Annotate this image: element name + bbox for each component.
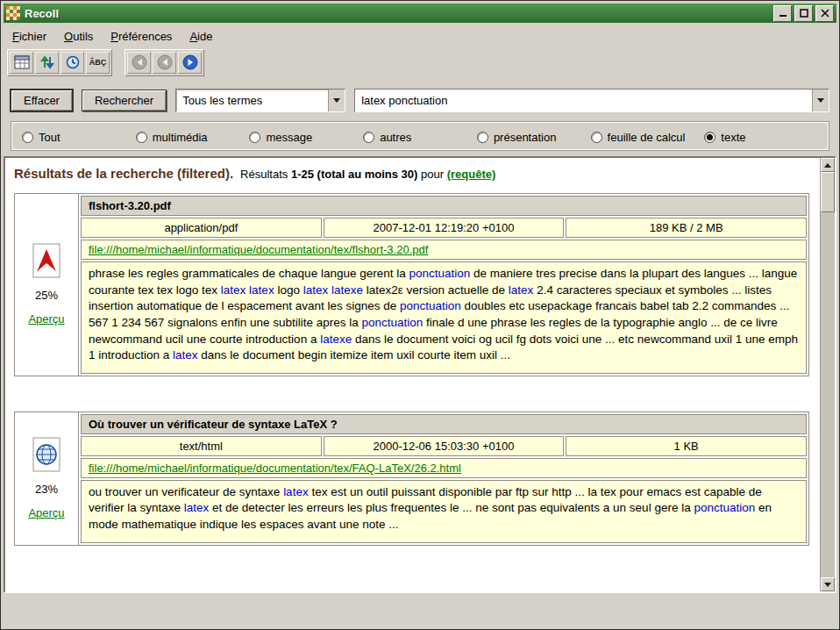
result-side: 25% Aperçu bbox=[15, 194, 79, 376]
filter-radio-message[interactable]: message bbox=[249, 129, 363, 145]
filter-label: autres bbox=[380, 131, 411, 144]
toolbar-group-nav bbox=[125, 49, 204, 76]
scrollbar-track[interactable] bbox=[821, 212, 835, 577]
filter-radio-texte[interactable]: texte bbox=[704, 129, 818, 145]
query-details-link[interactable]: (requête) bbox=[447, 168, 496, 181]
search-button[interactable]: Rechercher bbox=[82, 89, 167, 111]
filter-radio-tout[interactable]: Tout bbox=[22, 129, 136, 145]
result-item: 25% Aperçu flshort-3.20.pdf application/… bbox=[14, 193, 809, 376]
filter-label: présentation bbox=[494, 131, 557, 144]
results-title: Résultats de la recherche (filtered). bbox=[14, 166, 233, 181]
result-url-cell: file:///home/michael/informatique/docume… bbox=[81, 240, 807, 260]
category-filter-bar: Tout multimédia message autres présentat… bbox=[11, 121, 829, 151]
filter-label: message bbox=[266, 131, 312, 144]
clear-search-button[interactable] bbox=[10, 52, 33, 74]
chevron-down-icon[interactable] bbox=[812, 89, 829, 111]
first-page-icon bbox=[132, 54, 147, 70]
result-filename: Où trouver un vérificateur de syntaxe La… bbox=[81, 414, 807, 434]
minimize-button[interactable] bbox=[773, 5, 792, 22]
result-url-link[interactable]: file:///home/michael/informatique/docume… bbox=[89, 462, 461, 475]
toolbar-group-main: ÂBÇ bbox=[7, 49, 112, 76]
spellcheck-icon: ÂBÇ bbox=[89, 58, 107, 67]
recoll-window: Recoll Fichier Outils Préférences Aide bbox=[0, 0, 840, 630]
scroll-down-button[interactable] bbox=[821, 577, 835, 591]
next-page-button[interactable] bbox=[178, 52, 202, 74]
menu-outils[interactable]: Outils bbox=[64, 30, 93, 43]
query-input[interactable] bbox=[355, 89, 812, 111]
filter-label: Tout bbox=[39, 131, 61, 144]
prev-page-button[interactable] bbox=[153, 52, 176, 74]
result-date: 2007-12-01 12:19:20 +0100 bbox=[324, 218, 565, 238]
clear-button[interactable]: Effacer bbox=[11, 89, 73, 111]
result-url-cell: file:///home/michael/informatique/docume… bbox=[81, 458, 807, 478]
search-controls: Effacer Rechercher Tous les termes bbox=[4, 78, 836, 118]
app-icon bbox=[6, 6, 20, 20]
radio-icon bbox=[136, 132, 147, 143]
filter-radio-presentation[interactable]: présentation bbox=[477, 129, 591, 145]
results-area: Résultats de la recherche (filtered).Rés… bbox=[4, 156, 836, 593]
html-globe-icon bbox=[32, 437, 61, 472]
result-meta-row: application/pdf 2007-12-01 12:19:20 +010… bbox=[81, 218, 807, 238]
sort-button[interactable] bbox=[35, 52, 59, 74]
menu-preferences[interactable]: Préférences bbox=[110, 30, 172, 43]
scroll-up-button[interactable] bbox=[821, 158, 835, 172]
close-button[interactable] bbox=[815, 5, 834, 22]
preview-link[interactable]: Aperçu bbox=[28, 312, 64, 326]
filter-label: texte bbox=[721, 131, 745, 144]
result-date: 2000-12-06 15:03:30 +0100 bbox=[324, 436, 565, 456]
filter-label: feuille de calcul bbox=[608, 131, 686, 144]
term-explorer-button[interactable]: ÂBÇ bbox=[86, 52, 110, 74]
chevron-down-icon bbox=[328, 89, 345, 111]
pdf-file-icon bbox=[32, 243, 61, 278]
pour-word: pour bbox=[421, 168, 444, 181]
result-mime: text/html bbox=[81, 436, 322, 456]
menu-fichier[interactable]: Fichier bbox=[12, 30, 46, 43]
search-mode-value: Tous les termes bbox=[176, 89, 328, 111]
menubar: Fichier Outils Préférences Aide bbox=[4, 23, 836, 47]
status-bar bbox=[4, 593, 836, 626]
search-mode-select[interactable]: Tous les termes bbox=[175, 89, 345, 112]
result-abstract: ou trouver un verificateur de syntaxe la… bbox=[81, 480, 807, 543]
filter-radio-feuille-de-calcul[interactable]: feuille de calcul bbox=[591, 129, 705, 145]
result-details: Où trouver un vérificateur de syntaxe La… bbox=[79, 412, 808, 545]
result-abstract: phrase les regles grammaticales de chaqu… bbox=[81, 261, 807, 374]
scrollbar-thumb[interactable] bbox=[821, 172, 835, 212]
next-page-icon bbox=[182, 54, 198, 70]
window-controls bbox=[771, 5, 834, 22]
results-list: Résultats de la recherche (filtered).Rés… bbox=[5, 158, 820, 591]
titlebar[interactable]: Recoll bbox=[4, 4, 836, 23]
table-icon bbox=[14, 55, 30, 69]
radio-icon bbox=[22, 132, 33, 143]
result-size: 1 KB bbox=[566, 436, 807, 456]
maximize-button[interactable] bbox=[794, 5, 813, 22]
results-count-word: Résultats bbox=[240, 168, 288, 181]
prev-page-icon bbox=[157, 54, 173, 70]
clock-icon bbox=[66, 55, 80, 69]
query-combobox bbox=[354, 89, 829, 112]
radio-icon bbox=[704, 132, 715, 143]
radio-icon bbox=[591, 132, 602, 143]
history-button[interactable] bbox=[61, 52, 84, 74]
toolbar: ÂBÇ bbox=[4, 47, 836, 78]
result-meta-row: text/html 2000-12-06 15:03:30 +0100 1 KB bbox=[81, 436, 807, 456]
window-title: Recoll bbox=[25, 7, 766, 20]
result-mime: application/pdf bbox=[81, 218, 322, 238]
radio-icon bbox=[477, 132, 488, 143]
minimize-icon bbox=[779, 9, 787, 18]
result-filename: flshort-3.20.pdf bbox=[81, 196, 807, 216]
maximize-icon bbox=[800, 9, 808, 18]
result-side: 23% Aperçu bbox=[15, 412, 79, 545]
results-scrollbar[interactable] bbox=[820, 158, 835, 591]
filter-radio-autres[interactable]: autres bbox=[363, 129, 477, 145]
results-header: Résultats de la recherche (filtered).Rés… bbox=[14, 166, 813, 181]
result-details: flshort-3.20.pdf application/pdf 2007-12… bbox=[79, 194, 808, 376]
preview-link[interactable]: Aperçu bbox=[28, 506, 64, 519]
relevance-percent: 25% bbox=[35, 289, 58, 302]
filter-radio-multimedia[interactable]: multimédia bbox=[136, 129, 250, 145]
sort-arrows-icon bbox=[40, 55, 54, 69]
result-url-link[interactable]: file:///home/michael/informatique/docume… bbox=[89, 243, 428, 256]
radio-icon bbox=[249, 132, 260, 143]
first-page-button[interactable] bbox=[127, 52, 151, 74]
menu-aide[interactable]: Aide bbox=[189, 30, 212, 43]
close-icon bbox=[821, 9, 829, 18]
